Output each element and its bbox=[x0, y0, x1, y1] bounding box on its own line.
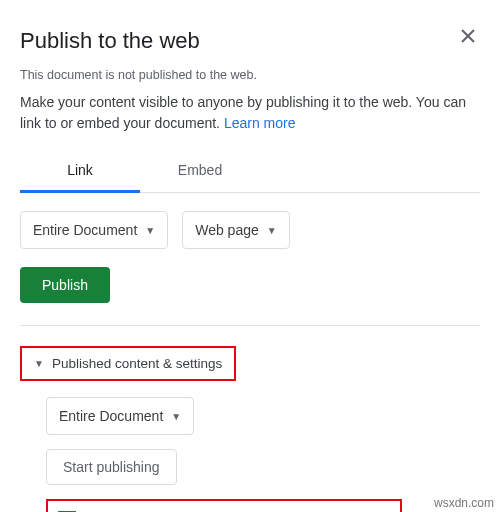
learn-more-link[interactable]: Learn more bbox=[224, 115, 296, 131]
divider bbox=[20, 325, 480, 326]
settings-body: Entire Document ▼ Start publishing Autom… bbox=[20, 381, 480, 512]
close-icon[interactable] bbox=[456, 24, 480, 48]
chevron-down-icon: ▼ bbox=[34, 358, 44, 369]
settings-header-label: Published content & settings bbox=[52, 356, 222, 371]
publish-button[interactable]: Publish bbox=[20, 267, 110, 303]
scope-dropdown[interactable]: Entire Document ▼ bbox=[20, 211, 168, 249]
scope-dropdown-label: Entire Document bbox=[33, 222, 137, 238]
caret-down-icon: ▼ bbox=[267, 225, 277, 236]
tab-bar: Link Embed bbox=[20, 152, 480, 193]
caret-down-icon: ▼ bbox=[171, 411, 181, 422]
tab-link[interactable]: Link bbox=[20, 152, 140, 193]
format-dropdown-label: Web page bbox=[195, 222, 259, 238]
watermark: wsxdn.com bbox=[434, 496, 494, 510]
format-dropdown[interactable]: Web page ▼ bbox=[182, 211, 289, 249]
publish-dialog: Publish to the web This document is not … bbox=[0, 0, 500, 512]
options-row: Entire Document ▼ Web page ▼ bbox=[20, 211, 480, 249]
published-content-settings-toggle[interactable]: ▼ Published content & settings bbox=[24, 350, 232, 377]
settings-scope-label: Entire Document bbox=[59, 408, 163, 424]
settings-scope-dropdown[interactable]: Entire Document ▼ bbox=[46, 397, 194, 435]
publish-status-text: This document is not published to the we… bbox=[20, 68, 480, 82]
start-publishing-button[interactable]: Start publishing bbox=[46, 449, 177, 485]
dialog-description: Make your content visible to anyone by p… bbox=[20, 92, 480, 134]
dialog-header: Publish to the web bbox=[20, 20, 480, 68]
tab-embed[interactable]: Embed bbox=[140, 152, 260, 192]
highlight-settings-header: ▼ Published content & settings bbox=[20, 346, 236, 381]
highlight-auto-republish: Automatically republish when changes are… bbox=[46, 499, 402, 512]
dialog-title: Publish to the web bbox=[20, 28, 200, 54]
caret-down-icon: ▼ bbox=[145, 225, 155, 236]
